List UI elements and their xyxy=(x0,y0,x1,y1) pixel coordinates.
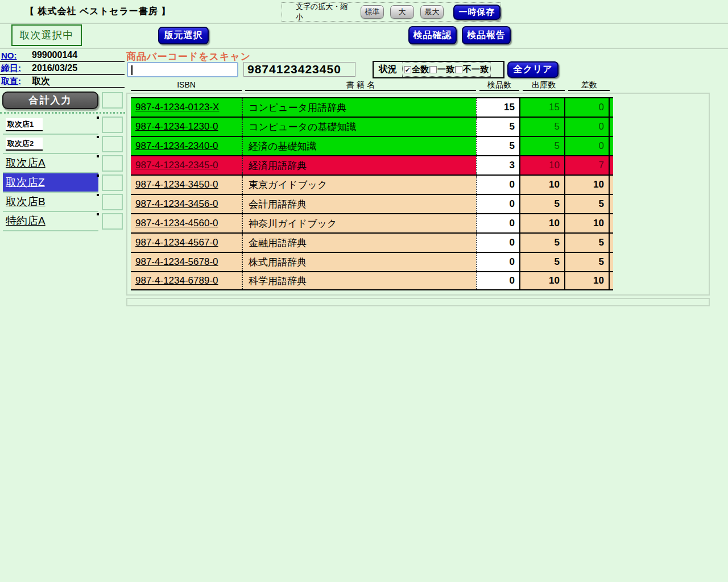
diff-count: 0 xyxy=(564,98,610,117)
inspected-count-input[interactable]: 5 xyxy=(476,137,519,155)
side-cell xyxy=(102,92,123,109)
diff-count: 5 xyxy=(564,234,610,252)
inspected-count-input[interactable]: 0 xyxy=(476,195,519,213)
inspected-count-input[interactable]: 0 xyxy=(476,272,519,289)
store-marker-dot xyxy=(97,117,99,119)
store-side-cell xyxy=(102,194,123,210)
store-link[interactable]: 取次店1 xyxy=(6,118,43,131)
status-filter-options: 全数一致不一致 xyxy=(402,63,491,77)
mode-indicator: 取次選択中 xyxy=(11,24,82,46)
status-filter-group: 状況 全数一致不一致 xyxy=(373,61,504,78)
row-edge xyxy=(610,156,613,174)
column-header-inspected: 検品数 xyxy=(479,80,519,91)
table-row: 987-4-1234-2340-0経済の基礎知識550 xyxy=(131,136,613,155)
barcode-display: 9874123423450 xyxy=(243,62,355,77)
table-row: 987-4-1234-6789-0科学用語辞典01010 xyxy=(131,271,613,290)
checkbox-icon[interactable] xyxy=(455,66,462,73)
store-cell: 取次店B xyxy=(3,193,98,212)
isbn-link[interactable]: 987-4-1234-2340-0 xyxy=(131,137,242,155)
inspected-count-input[interactable]: 0 xyxy=(476,214,519,232)
checkbox-icon[interactable] xyxy=(404,66,411,73)
doc-number-row: NO: 999000144 xyxy=(0,49,125,62)
store-cell: 取次店2 xyxy=(3,135,98,154)
checkbox-label[interactable]: 全数 xyxy=(412,64,429,75)
inspected-count-input[interactable]: 3 xyxy=(476,156,519,174)
diff-count: 0 xyxy=(564,118,610,136)
store-link[interactable]: 特約店A xyxy=(6,214,46,228)
book-title: 会計用語辞典 xyxy=(242,195,476,213)
row-edge xyxy=(610,272,613,289)
row-edge xyxy=(610,214,613,232)
font-max-button[interactable]: 最大 xyxy=(420,5,444,19)
store-link[interactable]: 取次店B xyxy=(6,194,46,209)
isbn-link[interactable]: 987-4-1234-3456-0 xyxy=(131,195,242,213)
row-edge xyxy=(610,118,613,136)
checkbox-label[interactable]: 不一致 xyxy=(463,64,489,75)
book-title: 株式用語辞典 xyxy=(242,253,476,271)
book-title: 神奈川ガイドブック xyxy=(242,214,476,232)
status-filter-option: 不一致 xyxy=(455,64,489,75)
checkbox-icon[interactable] xyxy=(429,66,437,73)
font-large-button[interactable]: 大 xyxy=(390,5,413,19)
isbn-link[interactable]: 987-4-1234-6789-0 xyxy=(131,272,242,289)
store-side-cell xyxy=(102,136,123,152)
column-header-isbn: ISBN xyxy=(131,80,242,91)
book-title: 東京ガイドブック xyxy=(242,176,476,194)
diff-count: 5 xyxy=(564,253,610,271)
isbn-link[interactable]: 987-4-1234-5678-0 xyxy=(131,253,242,271)
shipped-count: 5 xyxy=(519,234,564,252)
total-input-button[interactable]: 合計入力 xyxy=(2,92,98,109)
isbn-link[interactable]: 987-4-1234-0123-X xyxy=(131,98,242,117)
store-list: 取次店1取次店2取次店A取次店Z取次店B特約店A xyxy=(0,115,126,231)
inspected-count-input[interactable]: 5 xyxy=(476,118,519,136)
publisher-select-button[interactable]: 版元選択 xyxy=(158,27,209,44)
closing-date-value: 2016/03/25 xyxy=(32,63,77,73)
isbn-link[interactable]: 987-4-1234-4560-0 xyxy=(131,214,242,232)
font-size-label: 文字の拡大・縮小 xyxy=(296,2,354,22)
book-title: 経済の基礎知識 xyxy=(242,137,476,155)
route-row: 取直: 取次 xyxy=(0,76,125,88)
text-caret xyxy=(131,65,133,75)
store-link[interactable]: 取次店Z xyxy=(6,175,45,190)
book-title: 金融用語辞典 xyxy=(242,234,476,252)
footer-strip xyxy=(126,298,710,306)
book-title: コンピュータの基礎知識 xyxy=(242,118,476,136)
store-link[interactable]: 取次店A xyxy=(6,156,46,171)
inspected-count-input[interactable]: 0 xyxy=(476,176,519,194)
dotted-divider xyxy=(0,112,125,114)
store-row: 取次店A xyxy=(0,154,126,173)
inspect-confirm-button[interactable]: 検品確認 xyxy=(408,26,457,44)
inspected-count-input[interactable]: 0 xyxy=(476,253,519,271)
column-header-book-title: 書 籍 名 xyxy=(245,80,476,91)
font-standard-button[interactable]: 標準 xyxy=(361,5,384,19)
barcode-scan-input[interactable] xyxy=(127,62,238,77)
column-header-shipped: 出庫数 xyxy=(523,80,565,91)
diff-count: 10 xyxy=(564,176,610,194)
row-edge xyxy=(610,253,613,271)
store-link[interactable]: 取次店2 xyxy=(6,138,43,151)
status-filter-label: 状況 xyxy=(379,64,397,76)
store-row: 特約店A xyxy=(0,212,126,231)
doc-number-value: 999000144 xyxy=(32,50,77,60)
isbn-link[interactable]: 987-4-1234-1230-0 xyxy=(131,118,242,136)
store-side-cell xyxy=(102,117,123,133)
scan-barcode-label: 商品バーコードをスキャン xyxy=(126,50,251,63)
diff-count: 5 xyxy=(564,195,610,213)
inspected-count-input[interactable]: 0 xyxy=(476,234,519,252)
checkbox-label[interactable]: 一致 xyxy=(437,64,454,75)
isbn-link[interactable]: 987-4-1234-4567-0 xyxy=(131,234,242,252)
inspect-report-button[interactable]: 検品報告 xyxy=(462,26,511,44)
store-cell: 取次店A xyxy=(3,154,98,173)
temp-save-button[interactable]: 一時保存 xyxy=(453,5,500,20)
isbn-link[interactable]: 987-4-1234-2345-0 xyxy=(131,156,242,174)
closing-date-label: 締日: xyxy=(1,63,32,74)
table-row: 987-4-1234-0123-Xコンピュータ用語辞典15150 xyxy=(131,97,613,117)
inspected-count-input[interactable]: 15 xyxy=(476,98,519,117)
store-row: 取次店Z xyxy=(0,173,126,193)
isbn-link[interactable]: 987-4-1234-3450-0 xyxy=(131,176,242,194)
table-row: 987-4-1234-1230-0コンピュータの基礎知識550 xyxy=(131,117,613,136)
shipped-count: 5 xyxy=(519,253,564,271)
clear-all-button[interactable]: 全クリア xyxy=(507,61,559,78)
diff-count: 0 xyxy=(564,137,610,155)
store-cell: 特約店A xyxy=(3,212,98,231)
